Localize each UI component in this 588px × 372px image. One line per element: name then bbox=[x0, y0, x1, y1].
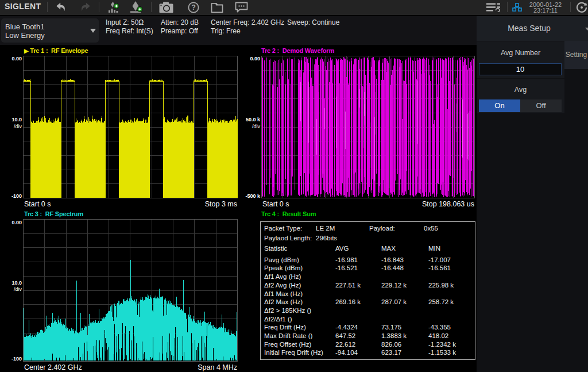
svg-text:?: ? bbox=[191, 3, 196, 11]
